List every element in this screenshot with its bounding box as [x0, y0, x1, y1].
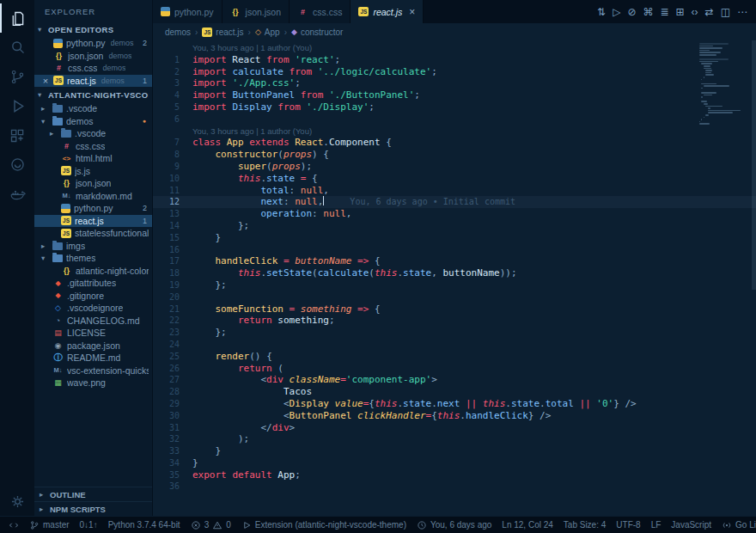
activity-manage-button[interactable]	[0, 487, 34, 516]
open-editor-python-py[interactable]: python.pydemos2	[34, 37, 152, 50]
codelens-label[interactable]: You, 3 hours ago | 1 author (You)	[192, 43, 312, 52]
code-line[interactable]: 30 <ButtonPanel clickHandler={this.handl…	[153, 410, 756, 422]
status-extension-host[interactable]: Extension (atlantic-night-vscode-theme)	[236, 517, 412, 533]
tree-item-python-py[interactable]: python.py2	[34, 202, 152, 215]
workspace-header[interactable]: ▾ ATLANTIC-NIGHT-VSCODE-THEME	[34, 87, 152, 102]
open-editor-css-css[interactable]: #css.cssdemos	[34, 62, 152, 75]
inline-view-icon[interactable]: ‹›	[692, 6, 698, 18]
run-icon[interactable]: ▷	[613, 6, 620, 18]
code-line[interactable]: 22 return something;	[153, 315, 756, 327]
tree-item-readme-md[interactable]: ⓘREADME.md	[34, 352, 152, 365]
code-line[interactable]: 27 <div className='component-app'>	[153, 374, 756, 386]
code-editor[interactable]: You, 3 hours ago | 1 author (You)1import…	[153, 40, 756, 516]
tree-item-react-js[interactable]: JSreact.js1	[34, 215, 152, 228]
switch-editor-icon[interactable]: ⇄	[705, 6, 714, 18]
tree-item-gitattributes[interactable]: ◆.gitattributes	[34, 277, 152, 290]
code-line[interactable]: 9 super(props);	[153, 161, 756, 173]
tree-item-wave-png[interactable]: ▦wave.png	[34, 377, 152, 389]
open-changes-icon[interactable]: ⊘	[627, 6, 636, 18]
tree-item-gitignore[interactable]: ◆.gitignore	[34, 290, 152, 303]
status-gitlens-blame[interactable]: You, 6 days ago	[412, 517, 497, 533]
status-eol[interactable]: LF	[646, 517, 667, 533]
open-editor-json-json[interactable]: {}json.jsondemos	[34, 50, 152, 63]
tree-item-imgs[interactable]: ▸imgs	[34, 240, 152, 253]
code-line[interactable]: 11 total: null,	[153, 185, 756, 197]
code-line[interactable]: 10 this.state = {	[153, 173, 756, 185]
code-line[interactable]: 24	[153, 339, 756, 351]
activity-docker-button[interactable]	[0, 179, 34, 208]
code-line[interactable]: 36	[153, 481, 756, 493]
code-line[interactable]: 35export default App;	[153, 469, 756, 481]
code-line[interactable]: 33 }	[153, 445, 756, 457]
code-line[interactable]: 3import './App.css';	[153, 77, 756, 89]
status-remote[interactable]	[3, 517, 24, 533]
tab-json-json[interactable]: {}json.json	[223, 0, 290, 23]
status-encoding[interactable]: UTF-8	[611, 517, 645, 533]
code-line[interactable]: 14 };	[153, 220, 756, 232]
code-line[interactable]: 13 operation: null,	[153, 208, 756, 220]
tab-python-py[interactable]: python.py	[153, 0, 223, 23]
code-line[interactable]: 8 constructor(props) {	[153, 149, 756, 161]
activity-run-debug-button[interactable]	[0, 91, 34, 120]
scrollbar-thumb[interactable]	[752, 40, 756, 290]
code-line[interactable]: 28 Tacos	[153, 386, 756, 398]
tree-item-package-json[interactable]: ◉package.json	[34, 340, 152, 352]
code-line[interactable]: 7class App extends React.Component {	[153, 137, 756, 149]
activity-explorer-button[interactable]	[0, 3, 34, 33]
output-icon[interactable]: ≣	[660, 6, 668, 18]
status-problems[interactable]: 30	[186, 517, 236, 533]
code-line[interactable]: 6	[153, 113, 756, 126]
activity-extensions-button[interactable]	[0, 120, 34, 150]
code-line[interactable]: 32 );	[153, 433, 756, 445]
tree-item-js-js[interactable]: JSjs.js	[34, 165, 152, 178]
tree-item-vscode[interactable]: ▸.vscode	[34, 127, 152, 140]
tree-item-themes[interactable]: ▾themes	[34, 252, 152, 265]
tab-css-css[interactable]: #css.css	[290, 0, 351, 23]
split-editor-icon[interactable]: ◫	[721, 6, 730, 18]
code-line[interactable]: 12 next: null,You, 6 days ago • Initial …	[153, 196, 756, 208]
status-live-server[interactable]: Go Live	[716, 517, 756, 533]
tree-item-markdown-md[interactable]: M↓markdown.md	[34, 190, 152, 203]
code-line[interactable]: 34}	[153, 457, 756, 469]
code-line[interactable]: 17 handleClick = buttonName => {	[153, 255, 756, 267]
code-line[interactable]: 19 };	[153, 279, 756, 291]
status-indentation[interactable]: Tab Size: 4	[558, 517, 611, 533]
activity-search-button[interactable]	[0, 33, 34, 62]
command-palette-icon[interactable]: ⌘	[643, 6, 653, 18]
tree-item-vscodeignore[interactable]: ◇.vscodeignore	[34, 302, 152, 315]
tree-item-statelessfunctionalreact-js[interactable]: JSstatelessfunctionalreact.js	[34, 227, 152, 240]
open-preview-icon[interactable]: ⊞	[676, 6, 685, 18]
tree-item-json-json[interactable]: {}json.json	[34, 177, 152, 190]
code-line[interactable]: 2import calculate from '../logic/calcula…	[153, 66, 756, 78]
breadcrumb-app[interactable]: ◇App	[255, 28, 280, 37]
code-line[interactable]: 29 <Display value={this.state.next || th…	[153, 398, 756, 410]
open-editors-header[interactable]: ▾ OPEN EDITORS	[34, 21, 152, 37]
close-icon[interactable]: ×	[41, 77, 50, 85]
code-line[interactable]: 5import Display from './Display';	[153, 101, 756, 113]
tree-item-html-html[interactable]: <>html.html	[34, 152, 152, 165]
open-editor-react-js[interactable]: ×JSreact.jsdemos1	[34, 75, 152, 88]
code-line[interactable]: 21 someFunction = something => {	[153, 303, 756, 316]
tree-item-vsc-extension-quickstart-md[interactable]: M↓vsc-extension-quickstart.md	[34, 365, 152, 377]
status-cursor-position[interactable]: Ln 12, Col 24	[497, 517, 558, 533]
code-line[interactable]: 20	[153, 291, 756, 303]
tree-item-atlantic-night-color-them[interactable]: {}atlantic-night-color-them...	[34, 265, 152, 278]
status-sync-changes[interactable]: 0↓1↑	[75, 517, 103, 533]
more-actions-icon[interactable]: ⋯	[737, 6, 747, 18]
code-line[interactable]: 4import ButtonPanel from './ButtonPanel'…	[153, 89, 756, 101]
code-line[interactable]: 23 };	[153, 327, 756, 339]
code-line[interactable]: 1import React from 'react';	[153, 54, 756, 66]
minimap[interactable]	[699, 43, 749, 128]
code-line[interactable]: 18 this.setState(calculate(this.state, b…	[153, 267, 756, 279]
code-line[interactable]: 26 return (	[153, 363, 756, 375]
status-python-interpreter[interactable]: Python 3.7.4 64-bit	[103, 517, 186, 533]
section-outline[interactable]: ▸OUTLINE	[34, 487, 152, 501]
code-line[interactable]: 25 render() {	[153, 351, 756, 363]
codelens-label[interactable]: You, 3 hours ago | 1 author (You)	[192, 126, 312, 136]
toggle-changes-icon[interactable]: ⇅	[597, 6, 606, 18]
tab-close-icon[interactable]: ×	[409, 6, 415, 18]
tree-item-changelog-md[interactable]: ◔CHANGELOG.md	[34, 315, 152, 328]
tree-item-demos[interactable]: ▾demos●	[34, 115, 152, 128]
code-line[interactable]: 15 }	[153, 232, 756, 244]
breadcrumb-constructor[interactable]: ◆constructor	[291, 28, 343, 37]
